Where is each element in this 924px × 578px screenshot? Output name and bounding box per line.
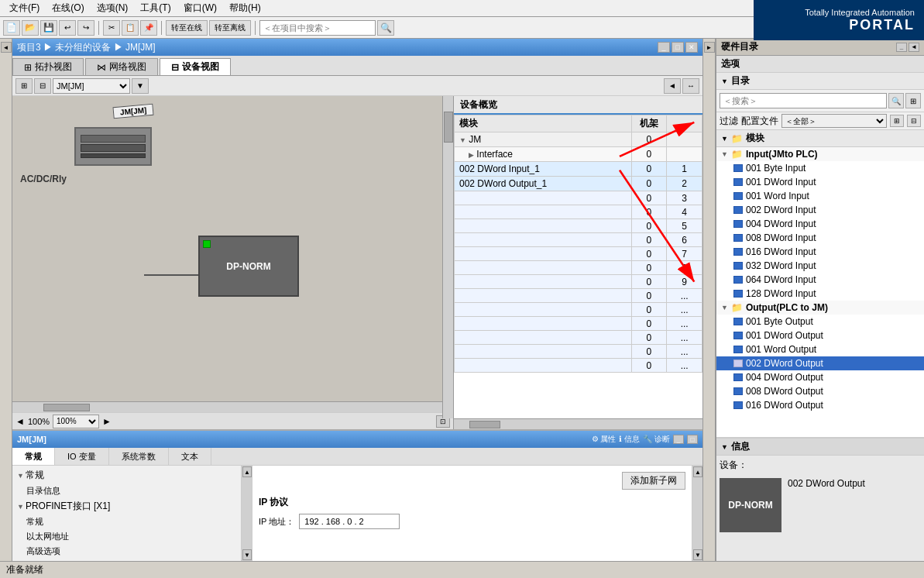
hw-catalog-section[interactable]: ▼ 目录 — [716, 73, 924, 90]
hw-search-input[interactable] — [720, 93, 887, 108]
table-row[interactable]: 0... — [455, 331, 702, 345]
toolbar-open[interactable]: 📂 — [22, 20, 39, 36]
menu-help[interactable]: 帮助(H) — [223, 0, 267, 16]
win-close[interactable]: ✕ — [685, 42, 698, 53]
bottom-win-restore[interactable]: □ — [687, 435, 698, 444]
hw-item-004dword-output[interactable]: 004 DWord Output — [716, 370, 924, 384]
filter-icon-1[interactable]: ⊞ — [890, 115, 904, 127]
filter-icon-2[interactable]: ⊟ — [907, 115, 921, 127]
config-filter-select[interactable]: ＜全部＞ — [781, 114, 887, 128]
toolbar-undo[interactable]: ↩ — [59, 20, 76, 36]
hw-item-008dword-output[interactable]: 008 DWord Output — [716, 384, 924, 398]
table-row[interactable]: 03 — [455, 191, 702, 205]
tab-sys-const[interactable]: 系统常数 — [109, 448, 169, 465]
device-nav-btn[interactable]: ▼ — [132, 78, 149, 94]
hw-tree-input-group[interactable]: ▼ 📁 Input(JMto PLC) — [716, 147, 924, 161]
hw-modules-section[interactable]: ▼ 📁 模块 — [716, 130, 924, 147]
table-row[interactable]: 09 — [455, 275, 702, 289]
bottom-scroll-down[interactable]: ▼ — [693, 549, 702, 560]
table-row[interactable]: 07 — [455, 247, 702, 261]
tree-item-regular[interactable]: ▼ 常规 — [14, 467, 250, 483]
zoom-in[interactable]: ► — [102, 416, 112, 427]
tab-text[interactable]: 文本 — [169, 448, 211, 465]
device-toggle[interactable]: ↔ — [682, 78, 699, 94]
tab-io-vars[interactable]: IO 变量 — [55, 448, 109, 465]
search-btn[interactable]: 🔍 — [377, 20, 394, 36]
win-restore[interactable]: □ — [672, 42, 684, 53]
table-row[interactable]: 05 — [455, 219, 702, 233]
add-subnet-btn[interactable]: 添加新子网 — [622, 472, 685, 490]
ip-input[interactable] — [299, 514, 400, 529]
win-minimize[interactable]: _ — [658, 42, 670, 53]
project-search[interactable] — [259, 20, 376, 36]
tab-topology[interactable]: ⊞ 拓扑视图 — [12, 58, 84, 75]
hw-item-016dword-output[interactable]: 016 DWord Output — [716, 398, 924, 412]
bottom-scroll-up[interactable]: ▲ — [693, 466, 702, 477]
hw-item-032dword-input[interactable]: 032 DWord Input — [716, 259, 924, 273]
table-row[interactable]: 04 — [455, 205, 702, 219]
menu-window[interactable]: 窗口(W) — [177, 0, 223, 16]
left-tool-1[interactable]: ◄ — [1, 42, 12, 53]
toolbar-new[interactable]: 📄 — [3, 20, 20, 36]
tree-item-advanced[interactable]: 高级选项 — [14, 544, 250, 559]
tab-device[interactable]: ⊟ 设备视图 — [160, 58, 231, 75]
toolbar-go-online[interactable]: 转至在线 — [166, 20, 208, 36]
hw-tree-output-group[interactable]: ▼ 📁 Output(PLC to JM) — [716, 301, 924, 315]
zoom-select[interactable]: 100% — [53, 415, 99, 428]
tree-item-eth-addr[interactable]: 以太网地址 — [14, 529, 250, 544]
device-view-btn1[interactable]: ⊞ — [15, 78, 33, 94]
table-row[interactable]: 0... — [455, 317, 702, 331]
hw-item-byte-input[interactable]: 001 Byte Input — [716, 161, 924, 175]
bottom-win-minimize[interactable]: _ — [673, 435, 684, 444]
hw-info-section-header[interactable]: ▼ 信息 — [716, 439, 924, 456]
toolbar-cut[interactable]: ✂ — [103, 20, 120, 36]
table-row[interactable]: 0... — [455, 359, 702, 373]
table-row[interactable]: 0... — [455, 345, 702, 359]
toolbar-save[interactable]: 💾 — [40, 20, 57, 36]
toolbar-go-offline[interactable]: 转至离线 — [209, 20, 251, 36]
hw-item-004dword-input[interactable]: 004 DWord Input — [716, 217, 924, 231]
table-row[interactable]: 0... — [455, 289, 702, 303]
zoom-out[interactable]: ◄ — [15, 416, 25, 427]
hw-item-word-input[interactable]: 001 Word Input — [716, 189, 924, 203]
tree-item-profinet[interactable]: ▼ PROFINET接口 [X1] — [14, 498, 250, 514]
hw-item-002dword-input[interactable]: 002 DWord Input — [716, 203, 924, 217]
menu-file[interactable]: 文件(F) — [3, 0, 46, 16]
scroll-left[interactable]: ◄ — [664, 78, 681, 94]
hw-item-016dword-input[interactable]: 016 DWord Input — [716, 245, 924, 259]
table-row[interactable]: 06 — [455, 233, 702, 247]
table-row[interactable]: 08 — [455, 261, 702, 275]
hw-search-icon-btn[interactable]: 🔍 — [888, 93, 904, 108]
table-row[interactable]: 0... — [455, 303, 702, 317]
tab-regular[interactable]: 常规 — [12, 448, 55, 465]
device-view-btn2[interactable]: ⊟ — [34, 78, 51, 94]
table-row-002-input[interactable]: 002 DWord Input_1 0 1 — [455, 162, 702, 177]
hw-item-byte-output[interactable]: 001 Byte Output — [716, 315, 924, 329]
tree-item-dir-info[interactable]: 目录信息 — [14, 483, 250, 498]
right-tool-1[interactable]: ► — [704, 42, 715, 53]
hw-item-001dword-output[interactable]: 001 DWord Output — [716, 329, 924, 342]
hw-catalog-min[interactable]: _ — [896, 43, 907, 52]
menu-online[interactable]: 在线(O) — [46, 0, 90, 16]
table-row[interactable]: ▶ Interface 0 — [455, 147, 702, 162]
hw-search-icon-btn2[interactable]: ⊞ — [905, 93, 921, 108]
menu-tools[interactable]: 工具(T) — [134, 0, 177, 16]
table-row-002-output[interactable]: 002 DWord Output_1 0 2 — [455, 177, 702, 191]
hw-item-002dword-output[interactable]: 002 DWord Output — [716, 356, 924, 370]
tree-scroll-up[interactable]: ▲ — [242, 466, 252, 477]
hw-item-128dword-input[interactable]: 128 DWord Input — [716, 287, 924, 301]
device-selector[interactable]: JM[JM] — [53, 78, 130, 94]
tree-scroll-down[interactable]: ▼ — [242, 549, 252, 560]
table-row[interactable]: ▼ JM 0 — [455, 132, 702, 147]
tree-item-general[interactable]: 常规 — [14, 514, 250, 529]
hw-item-064dword-input[interactable]: 064 DWord Input — [716, 273, 924, 287]
toolbar-redo[interactable]: ↪ — [77, 20, 94, 36]
hw-item-dword-input[interactable]: 001 DWord Input — [716, 175, 924, 189]
hw-item-008dword-input[interactable]: 008 DWord Input — [716, 231, 924, 245]
menu-options[interactable]: 选项(N) — [91, 0, 135, 16]
hw-catalog-expand[interactable]: ◄ — [909, 43, 919, 52]
toolbar-paste[interactable]: 📌 — [140, 20, 157, 36]
toolbar-copy[interactable]: 📋 — [122, 20, 139, 36]
tab-network[interactable]: ⋈ 网络视图 — [85, 58, 158, 75]
hw-item-001word-output[interactable]: 001 Word Output — [716, 342, 924, 356]
